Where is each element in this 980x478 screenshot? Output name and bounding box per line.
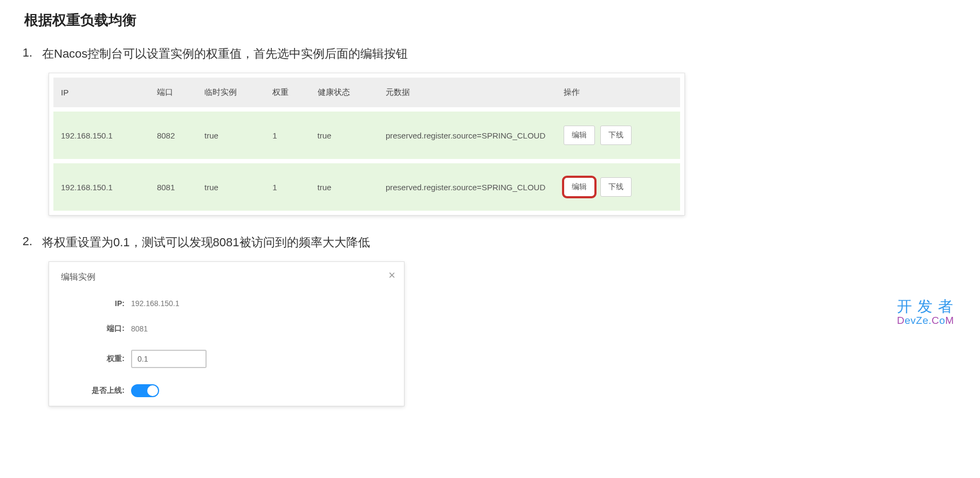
form-row-online: 是否上线: xyxy=(61,384,392,397)
step-text: 将权重设置为0.1，测试可以发现8081被访问到的频率大大降低 xyxy=(42,234,964,251)
section-heading: 根据权重负载均衡 xyxy=(24,11,964,30)
watermark-cn: 开发者 xyxy=(897,299,958,315)
col-ephemeral: 临时实例 xyxy=(197,78,265,109)
offline-button[interactable]: 下线 xyxy=(600,177,632,197)
col-weight: 权重 xyxy=(265,78,310,109)
modal-title: 编辑实例 xyxy=(61,272,392,283)
instance-table-container: IP 端口 临时实例 权重 健康状态 元数据 操作 192.168.150.1 … xyxy=(49,73,685,216)
form-row-port: 端口: 8081 xyxy=(61,324,392,334)
col-ip: IP xyxy=(53,78,149,109)
step-number: 1. xyxy=(16,46,42,62)
instance-table: IP 端口 临时实例 权重 健康状态 元数据 操作 192.168.150.1 … xyxy=(53,78,680,211)
col-health: 健康状态 xyxy=(310,78,378,109)
cell-metadata: preserved.register.source=SPRING_CLOUD xyxy=(378,161,556,211)
weight-input[interactable] xyxy=(131,350,207,368)
col-actions: 操作 xyxy=(556,78,680,109)
devze-watermark: 开发者 DevZe.CoM xyxy=(897,299,958,327)
table-row: 192.168.150.1 8081 true 1 true preserved… xyxy=(53,161,680,211)
port-value: 8081 xyxy=(131,324,148,333)
online-toggle[interactable] xyxy=(131,384,159,397)
ip-label: IP: xyxy=(61,299,131,308)
edit-instance-modal: 编辑实例 × IP: 192.168.150.1 端口: 8081 权重: 是否… xyxy=(49,261,405,406)
cell-port: 8081 xyxy=(149,161,197,211)
form-row-weight: 权重: xyxy=(61,350,392,368)
online-label: 是否上线: xyxy=(61,386,131,396)
cell-ip: 192.168.150.1 xyxy=(53,161,149,211)
step-item-2: 2. 将权重设置为0.1，测试可以发现8081被访问到的频率大大降低 xyxy=(16,234,964,251)
cell-ephemeral: true xyxy=(197,109,265,161)
table-header-row: IP 端口 临时实例 权重 健康状态 元数据 操作 xyxy=(53,78,680,109)
weight-label: 权重: xyxy=(61,354,131,364)
watermark-en: DevZe.CoM xyxy=(897,315,958,327)
ip-value: 192.168.150.1 xyxy=(131,299,180,308)
cell-actions: 编辑 下线 xyxy=(556,109,680,161)
step-item-1: 1. 在Nacos控制台可以设置实例的权重值，首先选中实例后面的编辑按钮 xyxy=(16,46,964,62)
step-text: 在Nacos控制台可以设置实例的权重值，首先选中实例后面的编辑按钮 xyxy=(42,46,964,62)
edit-button[interactable]: 编辑 xyxy=(564,126,595,145)
cell-ephemeral: true xyxy=(197,161,265,211)
cell-metadata: preserved.register.source=SPRING_CLOUD xyxy=(378,109,556,161)
port-label: 端口: xyxy=(61,324,131,334)
toggle-knob xyxy=(147,385,158,396)
cell-health: true xyxy=(310,161,378,211)
close-icon[interactable]: × xyxy=(388,268,395,282)
step-number: 2. xyxy=(16,234,42,251)
cell-ip: 192.168.150.1 xyxy=(53,109,149,161)
col-metadata: 元数据 xyxy=(378,78,556,109)
cell-port: 8082 xyxy=(149,109,197,161)
cell-health: true xyxy=(310,109,378,161)
form-row-ip: IP: 192.168.150.1 xyxy=(61,299,392,308)
table-row: 192.168.150.1 8082 true 1 true preserved… xyxy=(53,109,680,161)
cell-weight: 1 xyxy=(265,161,310,211)
cell-actions: 编辑 下线 xyxy=(556,161,680,211)
cell-weight: 1 xyxy=(265,109,310,161)
edit-button[interactable]: 编辑 xyxy=(564,177,595,197)
offline-button[interactable]: 下线 xyxy=(600,126,632,145)
col-port: 端口 xyxy=(149,78,197,109)
